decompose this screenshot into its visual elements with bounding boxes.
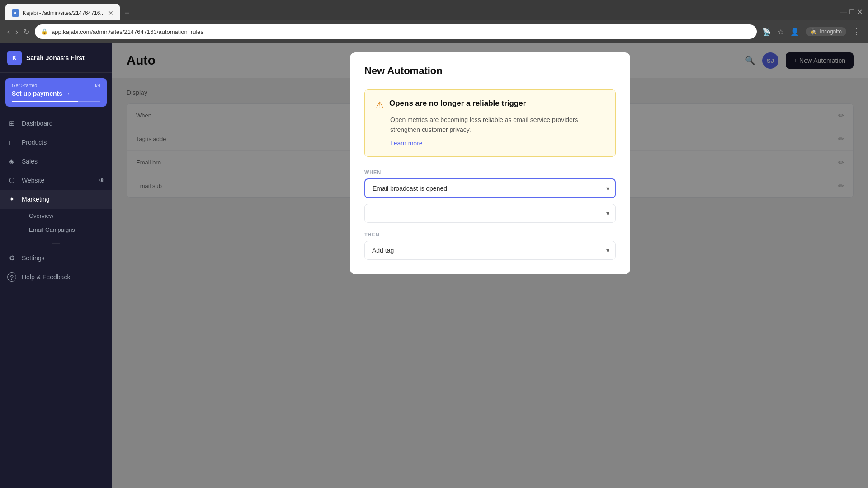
warning-body-text: Open metrics are becoming less reliable … (390, 115, 604, 135)
profile-icon[interactable]: 👤 (790, 28, 799, 36)
progress-bar (12, 101, 100, 102)
then-form-section: THEN Add tag Remove tag Subscribe to seq… (364, 232, 616, 260)
get-started-title: Set up payments → (12, 90, 100, 97)
sidebar-item-website[interactable]: ⬡ Website 👁 (0, 171, 112, 190)
sidebar-item-settings[interactable]: ⚙ Settings (0, 249, 112, 267)
minimize-button[interactable]: — (840, 8, 847, 16)
tab-close-icon[interactable]: ✕ (108, 9, 113, 17)
app-wrapper: K Sarah Jonas's First Get Started 3/4 Se… (0, 43, 868, 488)
then-select-wrapper: Add tag Remove tag Subscribe to sequence… (364, 241, 616, 260)
cast-icon[interactable]: 📡 (762, 28, 771, 36)
sidebar-header: K Sarah Jonas's First (0, 43, 112, 73)
sidebar-item-help[interactable]: ? Help & Feedback (0, 267, 112, 286)
marketing-submenu: Overview Email Campaigns (0, 209, 112, 237)
browser-actions: 📡 ☆ 👤 🕵 Incognito ⋮ (762, 27, 861, 37)
sidebar-item-label: Dashboard (22, 120, 53, 127)
warning-header-row: ⚠ Opens are no longer a reliable trigger (376, 99, 604, 110)
sidebar-item-label: Products (22, 139, 47, 146)
dashboard-icon: ⊞ (7, 119, 16, 128)
modal-header: New Automation (350, 52, 630, 84)
when-sub-select-wrapper: ▾ (364, 204, 616, 223)
get-started-progress: 3/4 (94, 83, 100, 88)
progress-fill (12, 101, 78, 102)
new-tab-button[interactable]: + (120, 9, 134, 20)
products-icon: ◻ (7, 138, 16, 147)
sidebar-item-marketing[interactable]: ✦ Marketing (0, 190, 112, 209)
tab-title: Kajabi - /admin/sites/214764716... (23, 10, 104, 16)
sidebar-item-label: Sales (22, 158, 38, 165)
warning-title: Opens are no longer a reliable trigger (389, 99, 526, 108)
modal-title: New Automation (364, 65, 616, 77)
get-started-top: Get Started 3/4 (12, 83, 100, 88)
close-button[interactable]: ✕ (857, 8, 863, 16)
incognito-badge: 🕵 Incognito (806, 27, 846, 36)
sidebar-nav: ⊞ Dashboard ◻ Products ◈ Sales ⬡ Website… (0, 112, 112, 488)
url-text: app.kajabi.com/admin/sites/2147647163/au… (52, 28, 203, 35)
sidebar-item-dashboard[interactable]: ⊞ Dashboard (0, 114, 112, 133)
incognito-icon: 🕵 (810, 28, 817, 35)
warning-learn-more-link[interactable]: Learn more (390, 140, 423, 147)
warning-triangle-icon: ⚠ (376, 99, 384, 110)
get-started-label: Get Started (12, 83, 37, 88)
sidebar-item-label: Website (22, 177, 44, 184)
sidebar-item-products[interactable]: ◻ Products (0, 133, 112, 152)
url-field[interactable]: 🔒 app.kajabi.com/admin/sites/2147647163/… (35, 24, 757, 39)
refresh-button[interactable]: ↻ (24, 28, 29, 36)
marketing-icon: ✦ (7, 195, 16, 204)
secure-icon: 🔒 (41, 28, 48, 35)
sales-icon: ◈ (7, 157, 16, 166)
when-sub-select[interactable] (364, 204, 616, 223)
window-controls: — □ ✕ (840, 8, 863, 20)
back-button[interactable]: ‹ (7, 27, 10, 37)
sidebar-item-label: Settings (22, 254, 45, 262)
modal-overlay[interactable]: New Automation ⚠ Opens are no longer a r… (112, 43, 868, 488)
then-section-label: THEN (364, 232, 616, 237)
when-select-wrapper: Email broadcast is opened Email broadcas… (364, 178, 616, 198)
site-name: Sarah Jonas's First (26, 54, 85, 61)
help-icon: ? (7, 272, 16, 282)
forward-button[interactable]: › (15, 27, 18, 37)
sidebar-item-label: Marketing (22, 196, 49, 203)
modal: New Automation ⚠ Opens are no longer a r… (350, 52, 630, 274)
when-section-label: WHEN (364, 169, 616, 175)
bookmark-icon[interactable]: ☆ (778, 28, 784, 36)
when-trigger-select[interactable]: Email broadcast is opened Email broadcas… (364, 178, 616, 198)
website-icon: ⬡ (7, 176, 16, 185)
when-form-section: WHEN Email broadcast is opened Email bro… (364, 169, 616, 198)
get-started-banner[interactable]: Get Started 3/4 Set up payments → (5, 78, 107, 107)
active-tab[interactable]: K Kajabi - /admin/sites/214764716... ✕ (5, 4, 120, 20)
then-action-select[interactable]: Add tag Remove tag Subscribe to sequence… (364, 241, 616, 260)
address-bar: ‹ › ↻ 🔒 app.kajabi.com/admin/sites/21476… (0, 20, 868, 43)
sidebar-item-label: Help & Feedback (22, 273, 70, 281)
incognito-label: Incognito (820, 28, 842, 35)
eye-icon: 👁 (99, 177, 105, 184)
sidebar-item-overview[interactable]: Overview (22, 209, 112, 223)
modal-body: ⚠ Opens are no longer a reliable trigger… (350, 84, 630, 274)
sidebar-collapse-toggle[interactable]: — (0, 237, 112, 249)
main-content: Auto 🔍 SJ + New Automation Display When … (112, 43, 868, 488)
maximize-button[interactable]: □ (849, 8, 854, 16)
tab-favicon: K (12, 9, 19, 17)
sidebar: K Sarah Jonas's First Get Started 3/4 Se… (0, 43, 112, 488)
settings-icon: ⚙ (7, 253, 16, 263)
sidebar-logo: K (7, 51, 22, 65)
browser-tabs: K Kajabi - /admin/sites/214764716... ✕ + (5, 0, 134, 20)
sidebar-item-email-campaigns[interactable]: Email Campaigns (22, 223, 112, 237)
sidebar-item-sales[interactable]: ◈ Sales (0, 152, 112, 171)
browser-chrome: K Kajabi - /admin/sites/214764716... ✕ +… (0, 0, 868, 20)
warning-box: ⚠ Opens are no longer a reliable trigger… (364, 89, 616, 157)
more-options-icon[interactable]: ⋮ (853, 27, 861, 37)
